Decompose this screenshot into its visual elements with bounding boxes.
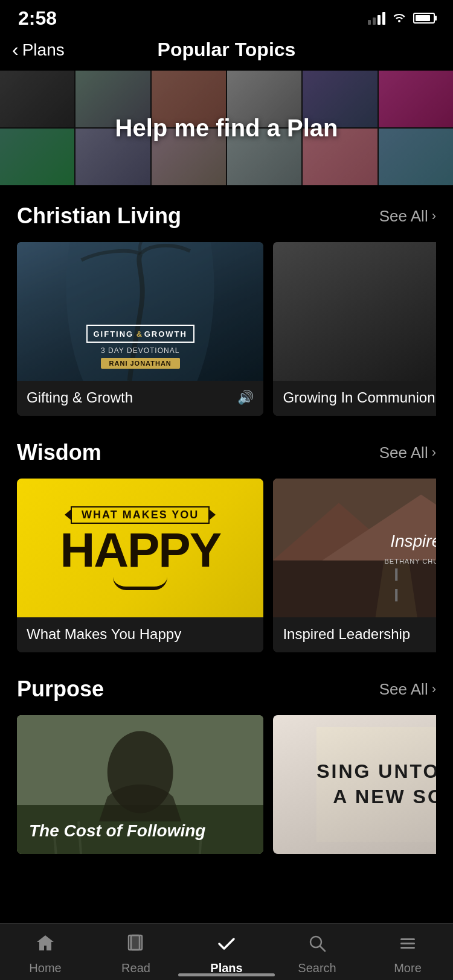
home-indicator <box>178 973 275 976</box>
cards-row-wisdom: WHAT MAKES YOU HAPPY What Makes You Happ… <box>17 479 436 652</box>
svg-line-25 <box>320 946 325 951</box>
page-title: Popular Topics <box>158 39 296 61</box>
card-title-happy: What Makes You Happy <box>27 626 181 643</box>
svg-point-3 <box>347 242 436 361</box>
nav-label-search: Search <box>298 961 336 975</box>
gifting-devotional: 3 DAY DEVOTIONAL RANI JONATHAN <box>29 346 251 369</box>
section-title-christian-living: Christian Living <box>17 203 181 229</box>
card-title-communion: Growing In Communion <box>283 389 435 406</box>
audio-icon: 🔊 <box>237 390 254 406</box>
bottom-nav: Home Read Plans Search <box>0 923 453 980</box>
see-all-label: See All <box>379 207 428 226</box>
leadership-overlay: Inspired Leader BETHANY CHURCH (SINGAPOR… <box>273 479 436 617</box>
home-icon <box>36 934 55 958</box>
card-image-happy: WHAT MAKES YOU HAPPY <box>17 479 263 617</box>
card-image-gifting: GIFTING & GROWTH 3 DAY DEVOTIONAL RANI J… <box>17 242 263 381</box>
card-image-leadership: Inspired Leader BETHANY CHURCH (SINGAPOR… <box>273 479 436 617</box>
card-growing-communion[interactable]: GRCOMWI Growing In Communion <box>273 242 436 416</box>
card-label-gifting: Gifting & Growth 🔊 <box>17 381 263 416</box>
status-bar: 2:58 <box>0 0 453 33</box>
cards-row-christian-living: GIFTING & GROWTH 3 DAY DEVOTIONAL RANI J… <box>17 242 436 416</box>
see-all-purpose[interactable]: See All › <box>379 680 436 699</box>
card-sing-unto[interactable]: SING UNTO THA NEW SON <box>273 715 436 854</box>
plans-icon <box>217 934 236 958</box>
hero-overlay: Help me find a Plan <box>0 71 453 185</box>
happy-main-text: HAPPY <box>60 527 220 573</box>
section-wisdom: Wisdom See All › WHAT MAKES YOU <box>0 422 453 658</box>
nav-item-plans[interactable]: Plans <box>190 934 263 975</box>
wifi-icon <box>391 10 407 26</box>
battery-icon <box>413 13 435 24</box>
svg-rect-4 <box>273 242 436 381</box>
see-all-wisdom[interactable]: See All › <box>379 444 436 462</box>
section-header-purpose: Purpose See All › <box>17 676 436 702</box>
svg-rect-26 <box>400 938 415 940</box>
leadership-church: BETHANY CHURCH (SINGAPORE) <box>385 558 436 565</box>
card-gifting-growth[interactable]: GIFTING & GROWTH 3 DAY DEVOTIONAL RANI J… <box>17 242 263 416</box>
card-leadership[interactable]: Inspired Leader BETHANY CHURCH (SINGAPOR… <box>273 479 436 652</box>
purpose1-title: The Cost of Following <box>29 820 251 842</box>
nav-header: ‹ Plans Popular Topics <box>0 33 453 71</box>
read-icon <box>126 934 146 958</box>
status-icons <box>368 10 435 26</box>
nav-item-read[interactable]: Read <box>100 934 172 975</box>
more-icon <box>398 934 417 958</box>
card-image-purpose1: The Cost of Following <box>17 715 263 854</box>
happy-banner-text: WHAT MAKES YOU <box>82 509 199 521</box>
card-label-leadership: Inspired Leadership <box>273 617 436 652</box>
main-content: Christian Living See All › <box>0 185 453 938</box>
search-icon <box>307 934 327 958</box>
card-cost-following[interactable]: The Cost of Following <box>17 715 263 854</box>
status-time: 2:58 <box>18 7 57 30</box>
section-title-wisdom: Wisdom <box>17 440 101 465</box>
card-label-happy: What Makes You Happy <box>17 617 263 652</box>
svg-point-2 <box>347 242 436 381</box>
nav-item-home[interactable]: Home <box>9 934 82 975</box>
nav-label-read: Read <box>121 961 150 975</box>
card-label-communion: Growing In Communion <box>273 381 436 416</box>
happy-smile <box>113 577 167 590</box>
back-button[interactable]: ‹ Plans <box>12 40 65 60</box>
svg-rect-1 <box>273 242 436 381</box>
leadership-title: Inspired Leader <box>390 531 436 552</box>
signal-icon <box>368 11 385 25</box>
hero-text: Help me find a Plan <box>115 115 338 142</box>
nav-item-more[interactable]: More <box>371 934 444 975</box>
purpose1-overlay: The Cost of Following <box>29 820 251 842</box>
cards-row-purpose: The Cost of Following SING UNTO THA NEW … <box>17 715 436 854</box>
nav-label-more: More <box>394 961 422 975</box>
see-all-label-wisdom: See All <box>379 444 428 462</box>
section-purpose: Purpose See All › <box>0 658 453 860</box>
see-all-christian-living[interactable]: See All › <box>379 207 436 226</box>
card-image-purpose2: SING UNTO THA NEW SON <box>273 715 436 854</box>
chevron-right-icon-purpose: › <box>432 681 436 697</box>
nav-item-search[interactable]: Search <box>281 934 353 975</box>
chevron-right-icon-wisdom: › <box>432 445 436 460</box>
hero-banner[interactable]: Help me find a Plan <box>0 71 453 185</box>
sing-unto-text: SING UNTO THA NEW SON <box>316 759 436 809</box>
card-image-communion: GRCOMWI <box>273 242 436 381</box>
section-header-christian-living: Christian Living See All › <box>17 203 436 229</box>
svg-rect-27 <box>400 943 415 944</box>
section-header-wisdom: Wisdom See All › <box>17 440 436 465</box>
card-title-gifting: Gifting & Growth <box>27 389 133 406</box>
gifting-overlay: GIFTING & GROWTH 3 DAY DEVOTIONAL RANI J… <box>17 325 263 369</box>
section-title-purpose: Purpose <box>17 676 104 702</box>
back-chevron-icon: ‹ <box>12 40 19 59</box>
card-happy[interactable]: WHAT MAKES YOU HAPPY What Makes You Happ… <box>17 479 263 652</box>
chevron-right-icon: › <box>432 208 436 224</box>
nav-label-home: Home <box>29 961 61 975</box>
see-all-label-purpose: See All <box>379 680 428 699</box>
svg-rect-28 <box>400 947 415 949</box>
back-label: Plans <box>22 40 65 60</box>
card-title-leadership: Inspired Leadership <box>283 626 410 643</box>
section-christian-living: Christian Living See All › <box>0 185 453 422</box>
gifting-overlay-title: GIFTING <box>94 329 134 339</box>
